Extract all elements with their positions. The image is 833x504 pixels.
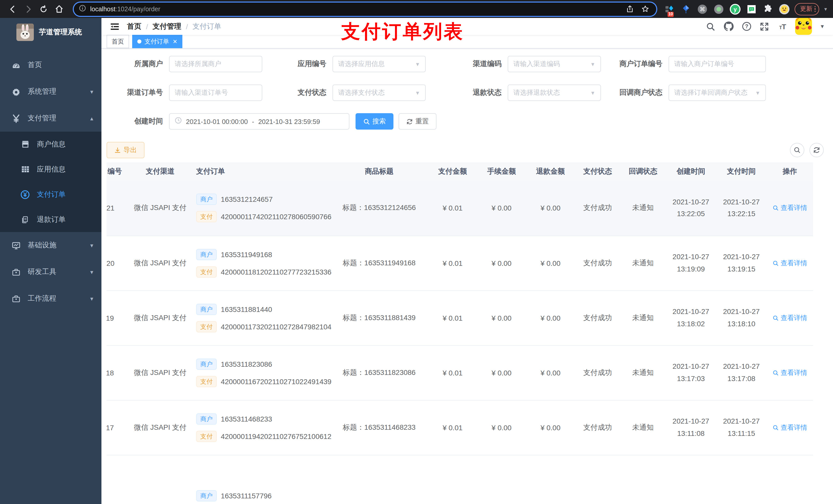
document-copy-icon <box>21 215 30 224</box>
close-tab-icon[interactable]: ✕ <box>173 38 177 45</box>
yen-circle-icon <box>21 190 30 199</box>
view-detail-link[interactable]: 查看详情 <box>772 423 807 432</box>
chat-extension-icon[interactable] <box>745 3 757 15</box>
pay-no-tag: 支付 <box>196 431 217 442</box>
filter-label: 创建时间 <box>106 117 169 126</box>
sidebar-item-merchant-info[interactable]: 商户信息 <box>0 131 101 157</box>
merchant-filter-input[interactable]: 请选择所属商户 <box>169 56 262 72</box>
yudao-extension-icon[interactable]: y <box>729 3 741 15</box>
view-detail-link[interactable]: 查看详情 <box>772 368 807 377</box>
table-row: 120 微信 JSAPI 支付 商户1635311949168 支付420000… <box>106 236 813 290</box>
user-avatar[interactable] <box>795 18 812 35</box>
sidebar-item-label: 系统管理 <box>28 87 82 96</box>
url-text: localhost:1024/pay/order <box>90 5 160 13</box>
bookmark-star-icon[interactable] <box>640 3 651 15</box>
font-size-icon[interactable]: TT <box>777 21 787 31</box>
clock-icon <box>175 117 182 126</box>
date-end-value: 2021-10-31 23:59:59 <box>258 118 320 125</box>
reset-button[interactable]: 重置 <box>399 113 436 129</box>
sidebar-item-pay[interactable]: 支付管理 ▲ <box>0 105 101 131</box>
merchant-order-no-input[interactable]: 请输入商户订单编号 <box>669 56 766 72</box>
gear-icon <box>11 87 21 96</box>
sidebar-item-workflow[interactable]: 工作流程 ▼ <box>0 285 101 312</box>
share-icon[interactable] <box>624 3 636 15</box>
home-icon[interactable] <box>53 3 65 15</box>
sidebar-item-label: 退款订单 <box>37 215 66 224</box>
app-title: 芋道管理系统 <box>39 28 82 37</box>
pay-no-tag: 支付 <box>196 321 217 332</box>
pay-status-select[interactable]: 请选择支付状态 ▼ <box>332 85 426 101</box>
address-bar[interactable]: localhost:1024/pay/order <box>74 2 656 16</box>
view-detail-link[interactable]: 查看详情 <box>772 203 807 213</box>
col-id: 编号 <box>106 162 129 181</box>
kite-extension-icon[interactable] <box>680 3 692 15</box>
sidebar-item-label: 支付管理 <box>28 114 82 123</box>
notify-status-select[interactable]: 请选择订单回调商户状态 ▼ <box>669 85 766 101</box>
browser-menu-icon[interactable] <box>814 6 815 12</box>
refund-status-select[interactable]: 请选择退款状态 ▼ <box>508 85 601 101</box>
table-row: 117 微信 JSAPI 支付 商户1635311468233 支付420000… <box>106 400 813 455</box>
pay-submenu: 商户信息 应用信息 支付订单 <box>0 131 101 232</box>
chrome-caret-icon[interactable]: ▼ <box>823 6 828 11</box>
pay-no: 4200001174202110278060590766 <box>221 213 331 221</box>
hamburger-collapse-icon[interactable] <box>110 21 120 31</box>
github-icon[interactable] <box>723 21 734 31</box>
sidebar-item-app-info[interactable]: 应用信息 <box>0 157 101 182</box>
extension-badge: 10 <box>667 11 674 17</box>
puzzle-extensions-icon[interactable] <box>762 3 774 15</box>
emoji-extension-icon[interactable] <box>778 3 790 15</box>
sidebar-item-label: 研发工具 <box>28 267 82 277</box>
search-button[interactable]: 搜索 <box>356 113 394 129</box>
export-button[interactable]: 导出 <box>106 142 144 158</box>
command-extension-icon[interactable]: ⌘ <box>696 3 708 15</box>
status-notify: 未通知 <box>620 345 666 400</box>
header-search-icon[interactable] <box>706 21 716 31</box>
back-icon[interactable] <box>7 3 19 15</box>
view-detail-link[interactable]: 查看详情 <box>772 313 807 322</box>
page-content: 所属商户 请选择所属商户 应用编号 请选择应用信息 ▼ 渠道编码 请输入渠道编码… <box>101 49 833 504</box>
sidebar-item-system[interactable]: 系统管理 ▼ <box>0 78 101 105</box>
sidebar-item-devtools[interactable]: 研发工具 ▼ <box>0 259 101 285</box>
view-detail-link[interactable]: 查看详情 <box>772 258 807 268</box>
breadcrumb-current: 支付订单 <box>193 22 221 31</box>
table-row: 119 微信 JSAPI 支付 商户1635311881440 支付420000… <box>106 290 813 345</box>
status-pay: 支付成功 <box>575 290 620 345</box>
reload-icon[interactable] <box>38 3 49 15</box>
breadcrumb-home[interactable]: 首页 <box>127 22 141 31</box>
forward-icon[interactable] <box>23 3 34 15</box>
merchant-no-tag: 商户 <box>196 413 217 424</box>
sidebar-item-home[interactable]: 首页 <box>0 52 101 78</box>
workona-extension-icon[interactable]: 10 <box>663 3 675 15</box>
update-button[interactable]: 更新 <box>794 3 819 15</box>
tag-pay-order[interactable]: 支付订单 ✕ <box>132 35 182 48</box>
table-header-row: 编号 支付渠道 支付订单 商品标题 支付金额 手续金额 退款金额 支付状态 回调… <box>106 162 813 181</box>
refresh-button[interactable] <box>809 143 824 157</box>
sidebar-item-label: 首页 <box>28 61 94 70</box>
chevron-down-icon: ▼ <box>89 269 94 275</box>
chevron-down-icon: ▼ <box>590 90 595 96</box>
app-filter-select[interactable]: 请选择应用信息 ▼ <box>332 56 426 72</box>
filter-label: 商户订单编号 <box>601 59 669 69</box>
sidebar-item-infra[interactable]: 基础设施 ▼ <box>0 232 101 259</box>
avatar-caret-icon[interactable]: ▼ <box>820 24 825 29</box>
toggle-search-button[interactable] <box>790 143 804 157</box>
site-info-icon[interactable] <box>79 4 86 14</box>
merchant-no-tag: 商户 <box>196 490 217 501</box>
filter-row-2: 渠道订单号 请输入渠道订单号 支付状态 请选择支付状态 ▼ 退款状态 请选择退款… <box>106 85 828 101</box>
chevron-down-icon: ▼ <box>89 89 94 95</box>
channel-order-no-input[interactable]: 请输入渠道订单号 <box>169 85 262 101</box>
help-question-icon[interactable]: ? <box>741 21 752 31</box>
merchant-no: 1635311881440 <box>221 305 272 313</box>
sidebar-item-pay-order[interactable]: 支付订单 <box>0 182 101 207</box>
sidebar-item-refund-order[interactable]: 退款订单 <box>0 207 101 232</box>
recorder-extension-icon[interactable] <box>712 3 724 15</box>
channel-code-select[interactable]: 请输入渠道编码 ▼ <box>508 56 601 72</box>
pay-no-tag: 支付 <box>196 211 217 222</box>
tag-home[interactable]: 首页 <box>106 35 129 48</box>
create-time-range-picker[interactable]: 2021-10-01 00:00:00 - 2021-10-31 23:59:5… <box>169 113 349 129</box>
breadcrumb-pay[interactable]: 支付管理 <box>153 22 181 31</box>
fullscreen-icon[interactable] <box>759 21 769 31</box>
filter-label: 渠道编码 <box>426 59 508 69</box>
filter-label: 退款状态 <box>426 88 508 97</box>
chevron-down-icon: ▼ <box>755 90 760 96</box>
